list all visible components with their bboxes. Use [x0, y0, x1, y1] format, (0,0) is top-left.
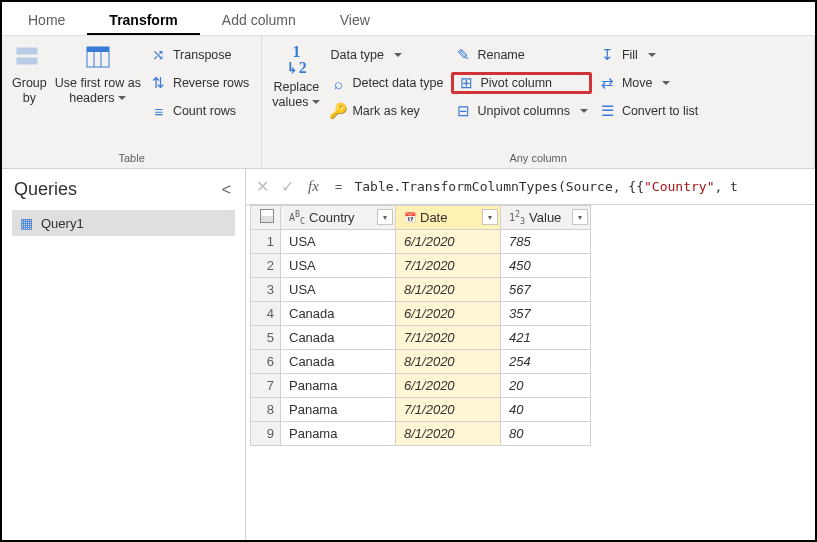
col-header-date[interactable]: 📅 Date ▾ [396, 206, 501, 230]
table-row[interactable]: 5Canada7/1/2020421 [251, 326, 591, 350]
col-header-country[interactable]: ABC Country ▾ [281, 206, 396, 230]
data-type-button[interactable]: Data type [326, 44, 447, 66]
cell-country[interactable]: USA [281, 278, 396, 302]
use-first-row-button[interactable]: Use first row as headers [51, 40, 145, 150]
table-corner-icon [260, 209, 274, 223]
formula-accept-button[interactable]: ✓ [279, 177, 296, 196]
queries-pane: Queries < ▦ Query1 [2, 169, 246, 540]
row-number[interactable]: 1 [251, 230, 281, 254]
cell-date[interactable]: 7/1/2020 [396, 254, 501, 278]
table-row[interactable]: 6Canada8/1/2020254 [251, 350, 591, 374]
number-type-icon: 123 [509, 209, 525, 226]
cell-date[interactable]: 8/1/2020 [396, 422, 501, 446]
unpivot-columns-label: Unpivot columns [477, 104, 569, 118]
cell-value[interactable]: 785 [501, 230, 591, 254]
cell-value[interactable]: 567 [501, 278, 591, 302]
row-number[interactable]: 3 [251, 278, 281, 302]
filter-date-button[interactable]: ▾ [482, 209, 498, 225]
unpivot-columns-button[interactable]: ⊟ Unpivot columns [451, 100, 591, 122]
cell-date[interactable]: 7/1/2020 [396, 326, 501, 350]
cell-country[interactable]: Panama [281, 374, 396, 398]
grid-corner-cell[interactable] [251, 206, 281, 230]
cell-date[interactable]: 7/1/2020 [396, 398, 501, 422]
ribbon-group-table: Group by Use first row as headers ⤭ Tran… [2, 36, 262, 168]
tab-transform[interactable]: Transform [87, 4, 199, 35]
pivot-column-button[interactable]: ⊞ Pivot column [451, 72, 591, 94]
tab-add-column[interactable]: Add column [200, 4, 318, 35]
ribbon-group-table-label: Table [8, 150, 255, 166]
count-rows-button[interactable]: ≡ Count rows [147, 100, 253, 122]
fill-button[interactable]: ↧ Fill [596, 44, 702, 66]
col-country-label: Country [309, 210, 355, 225]
row-number[interactable]: 8 [251, 398, 281, 422]
count-rows-icon: ≡ [151, 103, 167, 119]
group-by-button[interactable]: Group by [8, 40, 51, 150]
formula-cancel-button[interactable]: ✕ [254, 177, 271, 196]
cell-date[interactable]: 6/1/2020 [396, 374, 501, 398]
table-row[interactable]: 1USA6/1/2020785 [251, 230, 591, 254]
table-row[interactable]: 9Panama8/1/202080 [251, 422, 591, 446]
query-item[interactable]: ▦ Query1 [12, 210, 235, 236]
cell-value[interactable]: 421 [501, 326, 591, 350]
cell-value[interactable]: 80 [501, 422, 591, 446]
transpose-button[interactable]: ⤭ Transpose [147, 44, 253, 66]
tab-home[interactable]: Home [6, 4, 87, 35]
table-row[interactable]: 4Canada6/1/2020357 [251, 302, 591, 326]
cell-date[interactable]: 8/1/2020 [396, 278, 501, 302]
use-first-row-label: Use first row as headers [55, 76, 141, 106]
data-grid: ABC Country ▾ 📅 Date ▾ 123 Value ▾ 1 [250, 205, 591, 446]
queries-collapse-button[interactable]: < [218, 181, 235, 199]
cell-value[interactable]: 357 [501, 302, 591, 326]
row-number[interactable]: 7 [251, 374, 281, 398]
table-row[interactable]: 2USA7/1/2020450 [251, 254, 591, 278]
queries-title: Queries [14, 179, 77, 200]
date-type-icon: 📅 [404, 212, 416, 223]
fx-icon[interactable]: fx [304, 178, 323, 195]
cell-value[interactable]: 40 [501, 398, 591, 422]
row-number[interactable]: 9 [251, 422, 281, 446]
convert-to-list-button[interactable]: ☰ Convert to list [596, 100, 702, 122]
cell-date[interactable]: 8/1/2020 [396, 350, 501, 374]
filter-value-button[interactable]: ▾ [572, 209, 588, 225]
cell-country[interactable]: USA [281, 254, 396, 278]
move-icon: ⇄ [600, 75, 616, 91]
table-icon: ▦ [20, 215, 33, 231]
row-number[interactable]: 6 [251, 350, 281, 374]
row-number[interactable]: 4 [251, 302, 281, 326]
tab-view[interactable]: View [318, 4, 392, 35]
cell-value[interactable]: 20 [501, 374, 591, 398]
filter-country-button[interactable]: ▾ [377, 209, 393, 225]
cell-country[interactable]: Canada [281, 302, 396, 326]
col-header-value[interactable]: 123 Value ▾ [501, 206, 591, 230]
rename-button[interactable]: ✎ Rename [451, 44, 591, 66]
move-button[interactable]: ⇄ Move [596, 72, 702, 94]
cell-value[interactable]: 450 [501, 254, 591, 278]
group-by-label: Group by [12, 76, 47, 106]
table-row[interactable]: 3USA8/1/2020567 [251, 278, 591, 302]
cell-country[interactable]: USA [281, 230, 396, 254]
row-number[interactable]: 2 [251, 254, 281, 278]
cell-date[interactable]: 6/1/2020 [396, 230, 501, 254]
cell-country[interactable]: Canada [281, 326, 396, 350]
reverse-rows-button[interactable]: ⇅ Reverse rows [147, 72, 253, 94]
key-icon: 🔑 [330, 103, 346, 119]
row-number[interactable]: 5 [251, 326, 281, 350]
cell-country[interactable]: Panama [281, 398, 396, 422]
replace-values-button[interactable]: 1↳2 Replace values [268, 40, 324, 150]
cell-country[interactable]: Panama [281, 422, 396, 446]
fill-label: Fill [622, 48, 638, 62]
detect-data-type-icon: ⌕ [330, 75, 346, 91]
formula-text[interactable]: Table.TransformColumnTypes(Source, {{"Co… [354, 179, 738, 194]
transpose-icon: ⤭ [151, 47, 167, 63]
queries-header: Queries < [12, 177, 235, 210]
detect-data-type-button[interactable]: ⌕ Detect data type [326, 72, 447, 94]
transpose-label: Transpose [173, 48, 232, 62]
cell-value[interactable]: 254 [501, 350, 591, 374]
cell-country[interactable]: Canada [281, 350, 396, 374]
convert-to-list-icon: ☰ [600, 103, 616, 119]
cell-date[interactable]: 6/1/2020 [396, 302, 501, 326]
table-row[interactable]: 8Panama7/1/202040 [251, 398, 591, 422]
svg-rect-1 [17, 58, 37, 64]
table-row[interactable]: 7Panama6/1/202020 [251, 374, 591, 398]
mark-as-key-button[interactable]: 🔑 Mark as key [326, 100, 447, 122]
